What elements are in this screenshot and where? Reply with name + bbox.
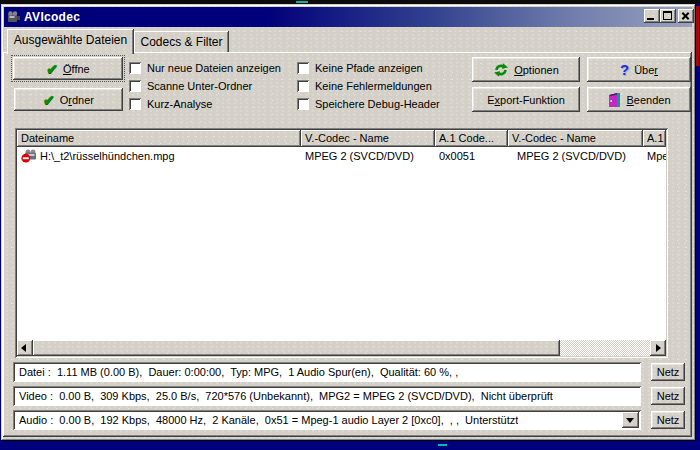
- maximize-button[interactable]: [660, 9, 676, 23]
- acodec-id-cell[interactable]: 0x0051: [435, 150, 508, 162]
- title-bar[interactable]: AVIcodec: [4, 7, 692, 27]
- tab-label: Codecs & Filter: [140, 35, 222, 49]
- checkbox-label: Keine Fehlermeldungen: [315, 80, 432, 92]
- net-button-label: Netz: [657, 366, 680, 378]
- minimize-icon: [647, 18, 654, 20]
- checkmark-icon: ✔: [46, 64, 58, 74]
- acodec-2-cell[interactable]: Mpeg-: [643, 150, 666, 162]
- vcodec-cell[interactable]: MPEG 2 (SVCD/DVD): [301, 150, 435, 162]
- folder-button-label: Ordner: [60, 94, 94, 106]
- audio-info-text: Audio : 0.00 B, 192 Kbps, 48000 Hz, 2 Ka…: [13, 414, 518, 426]
- quit-button[interactable]: Beenden: [587, 87, 691, 112]
- open-button-label: Öffne: [63, 63, 90, 75]
- checkbox-box[interactable]: [297, 62, 309, 74]
- audio-dropdown-button[interactable]: [622, 412, 639, 428]
- open-folder-button[interactable]: ✔ Ordner: [14, 88, 123, 111]
- question-mark-icon: ?: [620, 64, 629, 76]
- column-header-acodec-id[interactable]: A.1 Code...: [435, 130, 508, 147]
- column-header-vcodec-2[interactable]: V.-Codec - Name: [508, 130, 643, 147]
- video-file-error-icon: [21, 149, 37, 163]
- checkbox-nur-neue-dateien[interactable]: Nur neue Dateien anzeigen: [129, 61, 281, 74]
- export-button-label: Export-Funktion: [487, 94, 565, 106]
- quit-button-label: Beenden: [626, 94, 670, 106]
- refresh-arrows-icon: [493, 63, 509, 77]
- checkbox-label: Scanne Unter-Ordner: [147, 80, 252, 92]
- desktop-artifact: [296, 1, 308, 3]
- checkbox-label: Speichere Debug-Header: [315, 98, 440, 110]
- checkbox-box[interactable]: [297, 80, 309, 92]
- desktop-artifact: [438, 444, 447, 446]
- options-button[interactable]: Optionen: [472, 57, 580, 82]
- video-info-box: Video : 0.00 B, 309 Kbps, 25.0 B/s, 720*…: [13, 386, 641, 406]
- checkbox-box[interactable]: [297, 98, 309, 110]
- checkbox-label: Keine Pfade anzeigen: [315, 62, 423, 74]
- file-info-text: Datei : 1.11 MB (0.00 B), Dauer: 0:00:00…: [13, 366, 458, 378]
- close-button[interactable]: [678, 9, 694, 23]
- file-cell[interactable]: H:\_t2\rüsselhündchen.mpg: [17, 149, 301, 163]
- exit-door-icon: [607, 92, 621, 108]
- net-button-file[interactable]: Netz: [651, 363, 685, 381]
- desktop-background: AVIcodec Ausgewählte Dateien Codecs & Fi…: [0, 0, 700, 450]
- tab-codecs-filter[interactable]: Codecs & Filter: [134, 31, 229, 52]
- checkbox-box[interactable]: [129, 80, 141, 92]
- app-icon: [7, 11, 20, 24]
- net-button-video[interactable]: Netz: [651, 387, 685, 405]
- minimize-button[interactable]: [644, 9, 660, 23]
- options-button-label: Optionen: [514, 64, 559, 76]
- chevron-down-icon: [626, 418, 634, 423]
- checkbox-scanne-unter-ordner[interactable]: Scanne Unter-Ordner: [129, 79, 252, 92]
- column-header-dateiname[interactable]: Dateiname: [17, 130, 301, 147]
- checkbox-keine-fehlermeldungen[interactable]: Keine Fehlermeldungen: [297, 79, 432, 92]
- audio-info-combobox[interactable]: Audio : 0.00 B, 192 Kbps, 48000 Hz, 2 Ka…: [13, 410, 641, 430]
- column-header-acodec-2[interactable]: A.1 Co...: [643, 130, 666, 147]
- maximize-icon: [663, 11, 672, 20]
- tab-label: Ausgewählte Dateien: [14, 33, 127, 47]
- checkbox-box[interactable]: [129, 62, 141, 74]
- video-info-text: Video : 0.00 B, 309 Kbps, 25.0 B/s, 720*…: [13, 390, 553, 402]
- arrow-left-icon: [21, 344, 26, 352]
- scrollbar-thumb[interactable]: [33, 340, 560, 356]
- open-file-button[interactable]: ✔ Öffne: [13, 57, 123, 80]
- about-button-label: Über: [634, 64, 658, 76]
- file-list-header: Dateiname V.-Codec - Name A.1 Code... V.…: [17, 130, 666, 147]
- file-list: Dateiname V.-Codec - Name A.1 Code... V.…: [15, 128, 668, 358]
- checkbox-keine-pfade[interactable]: Keine Pfade anzeigen: [297, 61, 423, 74]
- export-button[interactable]: Export-Funktion: [472, 87, 580, 112]
- window-title: AVIcodec: [24, 10, 80, 24]
- about-button[interactable]: ? Über: [587, 57, 691, 82]
- arrow-right-icon: [656, 344, 661, 352]
- net-button-label: Netz: [657, 414, 680, 426]
- checkbox-label: Nur neue Dateien anzeigen: [147, 62, 281, 74]
- filename-text: H:\_t2\rüsselhündchen.mpg: [40, 150, 175, 162]
- scroll-left-button[interactable]: [17, 340, 33, 356]
- net-button-label: Netz: [657, 390, 680, 402]
- checkmark-icon: ✔: [43, 95, 55, 105]
- vcodec-2-cell[interactable]: MPEG 2 (SVCD/DVD): [508, 150, 643, 162]
- net-button-audio[interactable]: Netz: [651, 411, 685, 429]
- checkbox-kurz-analyse[interactable]: Kurz-Analyse: [129, 97, 212, 110]
- horizontal-scrollbar[interactable]: [17, 340, 666, 356]
- tab-ausgewaehlte-dateien[interactable]: Ausgewählte Dateien: [7, 29, 134, 54]
- checkbox-speichere-debug-header[interactable]: Speichere Debug-Header: [297, 97, 440, 110]
- checkbox-box[interactable]: [129, 98, 141, 110]
- file-row[interactable]: H:\_t2\rüsselhündchen.mpg MPEG 2 (SVCD/D…: [17, 148, 666, 164]
- file-info-box: Datei : 1.11 MB (0.00 B), Dauer: 0:00:00…: [13, 362, 641, 382]
- checkbox-label: Kurz-Analyse: [147, 98, 212, 110]
- scroll-right-button[interactable]: [650, 340, 666, 356]
- column-header-vcodec[interactable]: V.-Codec - Name: [301, 130, 435, 147]
